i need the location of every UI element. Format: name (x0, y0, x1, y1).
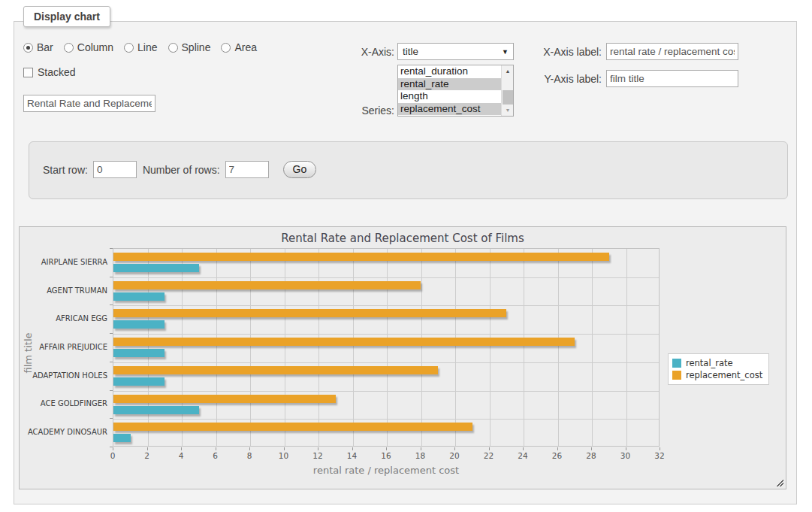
gridline (113, 419, 659, 420)
y-category-label: ACADEMY DINOSAUR (20, 428, 107, 436)
radio-label: Area (234, 41, 257, 53)
x-axis-select[interactable]: title ▼ (397, 43, 514, 60)
x-axis-tick (454, 447, 455, 450)
y-category-label: ACE GOLDFINGER (20, 399, 107, 407)
x-axis-tick (181, 447, 182, 450)
gridline (216, 249, 217, 446)
scroll-up-icon[interactable]: ▲ (502, 65, 514, 77)
chart-title-input[interactable] (23, 95, 155, 112)
radio-bar[interactable]: Bar (23, 41, 53, 53)
radio-circle-icon[interactable] (221, 43, 231, 53)
plot-area (113, 248, 660, 447)
series-scrollbar[interactable]: ▲ ▼ (501, 65, 513, 116)
x-tick-label: 14 (341, 451, 364, 460)
x-tick-label: 4 (170, 451, 192, 460)
chart-widget: Rental Rate and Replacement Cost of Film… (19, 226, 786, 489)
stacked-checkbox[interactable] (23, 68, 33, 77)
bar-replacement_cost (113, 253, 609, 261)
gridline (113, 362, 659, 363)
radio-column[interactable]: Column (64, 41, 113, 53)
bar-replacement_cost (113, 423, 472, 431)
series-option-replacement_cost[interactable]: replacement_cost (398, 103, 501, 116)
stacked-checkbox-row[interactable]: Stacked (23, 66, 76, 78)
gridline (285, 249, 285, 446)
chart-legend: rental_ratereplacement_cost (668, 353, 769, 385)
x-tick-label: 2 (136, 451, 158, 460)
y-axis-tick (110, 304, 113, 305)
x-tick-label: 30 (614, 451, 637, 460)
series-listbox[interactable]: rental_durationrental_ratelengthreplacem… (397, 65, 514, 117)
radio-circle-icon[interactable] (168, 43, 178, 53)
legend-entry: replacement_cost (672, 369, 762, 381)
bar-rental_rate (113, 320, 165, 329)
radio-circle-icon[interactable] (64, 43, 74, 53)
radio-area[interactable]: Area (221, 41, 257, 53)
gridline (148, 249, 149, 446)
y-axis-tick (110, 333, 113, 334)
gridline (113, 334, 659, 335)
legend-swatch-icon (672, 359, 681, 368)
x-axis-tick (523, 447, 524, 450)
x-axis-tick (113, 447, 113, 450)
series-option-length[interactable]: length (398, 90, 501, 103)
y-axis-tick (110, 362, 113, 362)
scroll-down-icon[interactable]: ▼ (502, 105, 514, 116)
series-option-rental_duration[interactable]: rental_duration (398, 65, 501, 78)
x-axis-tick (660, 447, 660, 450)
y-axis-tick (110, 447, 113, 447)
bar-rental_rate (113, 349, 165, 357)
x-tick-label: 20 (443, 451, 466, 460)
x-axis-tick (591, 447, 592, 450)
gridline (455, 249, 456, 446)
x-tick-label: 12 (306, 451, 329, 460)
gridline (113, 391, 659, 392)
radio-circle-icon[interactable] (23, 43, 33, 53)
bar-rental_rate (113, 434, 131, 442)
y-axis-label-input[interactable] (606, 70, 738, 87)
x-axis-selected-value: title (403, 46, 418, 57)
gridline (421, 249, 422, 446)
display-chart-panel: Display chart BarColumnLineSplineArea St… (14, 21, 797, 504)
resize-handle-icon[interactable] (775, 478, 783, 486)
scrollbar-thumb[interactable] (503, 90, 513, 105)
gridline (524, 249, 524, 446)
radio-line[interactable]: Line (124, 41, 157, 53)
radio-spline[interactable]: Spline (168, 41, 211, 53)
series-option-rental_rate[interactable]: rental_rate (398, 78, 501, 91)
radio-circle-icon[interactable] (124, 43, 134, 53)
radio-label: Line (137, 41, 157, 53)
x-axis-tick (489, 447, 490, 450)
x-axis-label-input[interactable] (606, 43, 738, 60)
series-options: rental_durationrental_ratelengthreplacem… (398, 65, 501, 116)
legend-entry: rental_rate (672, 357, 762, 369)
gridline (626, 249, 627, 446)
legend-label: rental_rate (686, 358, 733, 368)
gridline (558, 249, 559, 446)
bar-rental_rate (113, 406, 199, 414)
start-row-input[interactable] (93, 161, 137, 178)
chevron-down-icon: ▼ (502, 48, 509, 56)
bar-replacement_cost (113, 281, 421, 289)
legend-swatch-icon (672, 371, 681, 380)
radio-label: Spline (182, 41, 211, 53)
y-category-label: AIRPLANE SIERRA (20, 258, 107, 266)
y-category-label: ADAPTATION HOLES (20, 371, 107, 380)
go-button[interactable]: Go (283, 161, 317, 178)
y-axis-tick (110, 248, 113, 249)
series-listbox-label: Series: (328, 105, 394, 117)
gridline (490, 249, 491, 446)
bar-replacement_cost (113, 338, 575, 346)
y-axis-tick (110, 418, 113, 419)
row-range-panel: Start row: Number of rows: Go (29, 141, 788, 199)
chart-type-radiogroup: BarColumnLineSplineArea (23, 41, 257, 53)
x-axis-tick (147, 447, 148, 450)
x-tick-label: 18 (409, 451, 432, 460)
x-axis-tick (421, 447, 421, 450)
bar-replacement_cost (113, 309, 506, 317)
x-axis-select-label: X-Axis: (328, 46, 394, 58)
x-axis-tick (352, 447, 353, 450)
num-rows-input[interactable] (225, 161, 269, 178)
row-range-controls: Start row: Number of rows: Go (43, 161, 316, 178)
num-rows-label: Number of rows: (143, 164, 220, 176)
x-axis-tick (386, 447, 387, 450)
